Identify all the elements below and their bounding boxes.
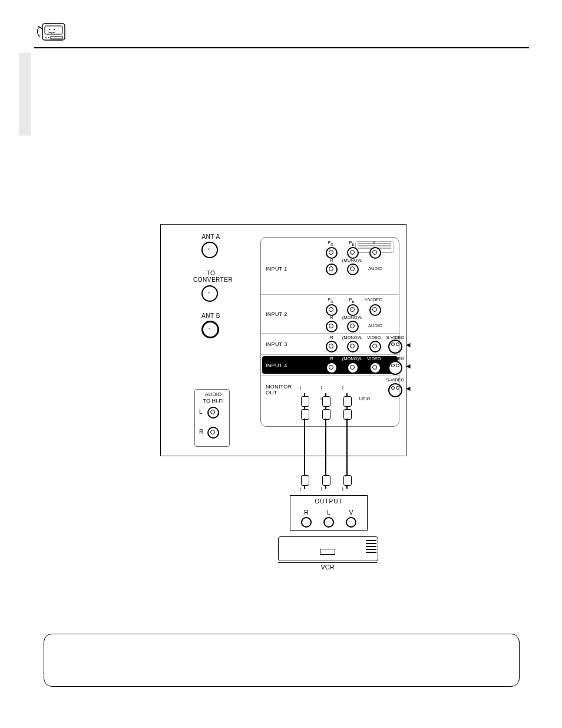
- jack-vcr-l: [323, 517, 334, 528]
- row-input2: INPUT 2 PR PB Y/VIDEO R (MONO)/L AUDIO: [261, 294, 399, 333]
- jack-in4-l: [347, 362, 359, 374]
- jack-in1-r: [326, 263, 338, 275]
- jack-in3-v: [369, 341, 381, 353]
- label-input4: INPUT 4: [266, 363, 287, 368]
- plug-tv-r: [301, 396, 309, 407]
- jack-in2-pr: [326, 304, 338, 316]
- svg-point-2: [49, 29, 50, 30]
- plug-tv-v2: [343, 409, 352, 420]
- cable-v: [346, 419, 348, 475]
- jack-in1-pr: [326, 247, 338, 259]
- cable-l: [325, 419, 326, 475]
- label-input3: INPUT 3: [266, 341, 287, 347]
- label-vcr-l: L: [321, 509, 336, 516]
- svg-rect-6: [51, 37, 62, 39]
- svg-point-5: [48, 37, 49, 38]
- label-in2-audio: AUDIO: [363, 323, 387, 328]
- vcr-device: [278, 536, 378, 561]
- label-hifi-l: L: [199, 409, 203, 415]
- label-ant-b: ANT B: [193, 312, 229, 319]
- label-in1-mono: (MONO)/L: [338, 258, 367, 263]
- label-to-converter: TO CONVERTER: [193, 270, 229, 283]
- label-mo-audio: UDIO: [353, 396, 376, 401]
- label-audio: AUDIO: [205, 391, 222, 397]
- jack-in3-l: [347, 341, 359, 353]
- jacks-input1: PR PB Y R (MONO)/L AUDIO: [295, 240, 395, 268]
- page-side-tab: [19, 53, 31, 136]
- jack-in3-r: [326, 341, 338, 353]
- arrow-mo: ◄: [405, 384, 412, 393]
- label-pr: PR: [319, 240, 342, 246]
- jack-hifi-l: [207, 407, 219, 419]
- label-vcr-output: OUTPUT: [290, 498, 367, 505]
- label-vcr: VCR: [278, 564, 377, 571]
- jack-in3-svideo: [388, 340, 402, 354]
- plug-tv-l2: [322, 409, 330, 420]
- vcr-slot-icon: [320, 549, 335, 555]
- label-ant-a: ANT A: [193, 233, 229, 240]
- jack-ant-b: [201, 321, 219, 338]
- plug-vcr-r-up: [301, 475, 309, 486]
- jack-ant-a: [201, 242, 218, 258]
- label-input2: INPUT 2: [266, 311, 287, 317]
- arrow-in3: ◄: [405, 341, 412, 349]
- svg-point-4: [45, 37, 47, 38]
- jack-hifi-r: [207, 427, 219, 439]
- plug-tv-r2: [301, 409, 309, 420]
- label-mo-svideo: S-VIDEO: [382, 377, 408, 383]
- manual-icon: [34, 20, 67, 44]
- jack-in4-svideo: [388, 361, 402, 375]
- label-input1: INPUT 1: [266, 266, 287, 272]
- plug-tv-l: [322, 396, 330, 407]
- note-box: [44, 634, 520, 687]
- jack-in2-r: [326, 321, 338, 332]
- label-in2-yvideo: Y/VIDEO: [359, 297, 388, 302]
- label-monitor-out: MONITOR OUT: [266, 384, 292, 396]
- signal-icon-v2: ⌇: [342, 487, 344, 492]
- label-vcr-v: V: [343, 509, 359, 516]
- label-in2-mono: (MONO)/L: [338, 315, 367, 320]
- signal-icon-l2: ⌇: [320, 487, 323, 492]
- jack-in4-v: [369, 362, 381, 374]
- label-in1-audio: AUDIO: [363, 266, 387, 271]
- row-input4: INPUT 4 R (MONO)/L VIDEO S-VIDEO ◄: [261, 354, 399, 375]
- plug-vcr-l-up: [322, 475, 330, 486]
- label-hifi-r: R: [199, 429, 203, 435]
- jack-in2-y: [369, 304, 381, 316]
- vcr-output-panel: OUTPUT R L V: [290, 495, 368, 531]
- jacks-input2: PR PB Y/VIDEO R (MONO)/L AUDIO: [295, 297, 395, 325]
- jack-in4-r: [326, 362, 338, 374]
- signal-icon-r2: ⌇: [299, 487, 302, 492]
- cable-r: [304, 419, 305, 475]
- signal-icon-l: ⌇: [320, 386, 323, 391]
- vcr-underline: [278, 562, 377, 563]
- arrow-in4: ◄: [405, 362, 412, 370]
- row-input1: INPUT 1 PR PB Y R (MONO)/L AUDIO: [261, 238, 399, 288]
- vcr-vent-icon: [366, 538, 376, 559]
- label-pb: PB: [340, 240, 363, 246]
- label-to: TO: [207, 270, 216, 276]
- label-y: Y: [362, 240, 386, 245]
- header-rule: [34, 47, 529, 48]
- jack-vcr-r: [301, 517, 312, 528]
- jack-to-converter: [201, 285, 218, 302]
- label-audio-hifi: AUDIO TO HI-FI: [196, 391, 231, 404]
- label-in2-pr: PR: [319, 297, 342, 304]
- label-to-hifi: TO HI-FI: [203, 398, 224, 404]
- signal-icon-r: ⌇: [299, 386, 302, 391]
- svg-point-3: [54, 29, 55, 30]
- jack-vcr-v: [346, 517, 356, 528]
- jack-in2-pb: [347, 304, 359, 316]
- label-converter: CONVERTER: [193, 276, 233, 283]
- label-vcr-r: R: [299, 509, 314, 516]
- jack-mo-svideo: [388, 383, 402, 397]
- jack-in2-l: [347, 321, 359, 332]
- jack-in1-l: [347, 263, 359, 275]
- signal-icon-v: ⌇: [342, 386, 344, 391]
- row-input3: INPUT 3 R (MONO)/L VIDEO S-VIDEO ◄: [261, 333, 399, 354]
- jack-in1-pb: [347, 247, 359, 259]
- plug-tv-v: [343, 396, 352, 407]
- plug-vcr-v-up: [343, 475, 352, 486]
- jack-in1-y: [369, 247, 381, 259]
